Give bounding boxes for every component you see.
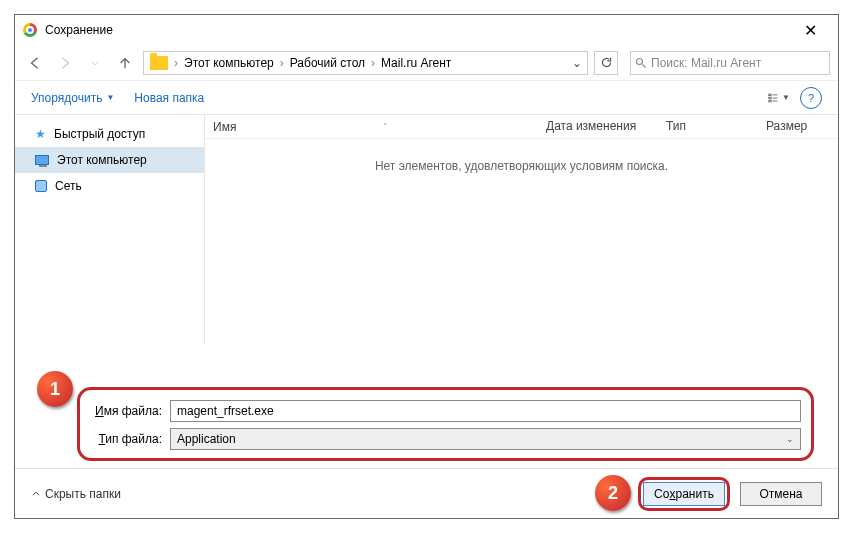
breadcrumb-dropdown[interactable]: ⌄ bbox=[569, 56, 585, 70]
filename-input[interactable] bbox=[170, 400, 801, 422]
search-input[interactable]: Поиск: Mail.ru Агент bbox=[630, 51, 830, 75]
column-name[interactable]: Имя˄ bbox=[205, 115, 538, 138]
column-headers: Имя˄ Дата изменения Тип Размер bbox=[205, 115, 838, 139]
sidebar-item-network[interactable]: Сеть bbox=[15, 173, 204, 199]
svg-rect-2 bbox=[769, 97, 771, 99]
column-type[interactable]: Тип bbox=[658, 115, 758, 138]
navbar: › Этот компьютер › Рабочий стол › Mail.r… bbox=[15, 45, 838, 81]
filetype-label: Тип файла: bbox=[90, 432, 170, 446]
breadcrumb-item[interactable]: Этот компьютер bbox=[180, 56, 278, 70]
close-icon[interactable]: ✕ bbox=[790, 21, 830, 40]
sidebar: ★ Быстрый доступ Этот компьютер Сеть bbox=[15, 115, 205, 345]
new-folder-button[interactable]: Новая папка bbox=[134, 91, 204, 105]
search-placeholder: Поиск: Mail.ru Агент bbox=[651, 56, 761, 70]
hide-folders-button[interactable]: Скрыть папки bbox=[31, 487, 121, 501]
chevron-right-icon: › bbox=[174, 56, 178, 70]
save-dialog: Сохранение ✕ › Этот компьютер › Рабочий … bbox=[14, 14, 839, 519]
filename-row: Имя файла: bbox=[90, 400, 801, 422]
chevron-right-icon: › bbox=[371, 56, 375, 70]
svg-rect-1 bbox=[769, 94, 771, 96]
sidebar-item-thispc[interactable]: Этот компьютер bbox=[15, 147, 204, 173]
chevron-down-icon: ⌄ bbox=[786, 434, 794, 444]
view-options-button[interactable]: ▼ bbox=[768, 87, 790, 109]
save-button[interactable]: Сохранить bbox=[643, 482, 725, 506]
help-button[interactable]: ? bbox=[800, 87, 822, 109]
filetype-row: Тип файла: Application ⌄ bbox=[90, 428, 801, 450]
network-icon bbox=[35, 180, 47, 192]
file-list: Имя˄ Дата изменения Тип Размер Нет элеме… bbox=[205, 115, 838, 345]
recent-dropdown[interactable] bbox=[83, 51, 107, 75]
empty-message: Нет элементов, удовлетворяющих условиям … bbox=[205, 139, 838, 193]
save-button-highlight: Сохранить bbox=[638, 477, 730, 511]
breadcrumb[interactable]: › Этот компьютер › Рабочий стол › Mail.r… bbox=[143, 51, 588, 75]
body: ★ Быстрый доступ Этот компьютер Сеть Имя… bbox=[15, 115, 838, 345]
dialog-title: Сохранение bbox=[45, 23, 790, 37]
breadcrumb-item[interactable]: Рабочий стол bbox=[286, 56, 369, 70]
sort-indicator-icon: ˄ bbox=[383, 122, 388, 132]
refresh-button[interactable] bbox=[594, 51, 618, 75]
search-icon bbox=[635, 57, 647, 69]
toolbar: Упорядочить ▼ Новая папка ▼ ? bbox=[15, 81, 838, 115]
chevron-right-icon: › bbox=[280, 56, 284, 70]
up-button[interactable] bbox=[113, 51, 137, 75]
star-icon: ★ bbox=[35, 127, 46, 141]
pc-icon bbox=[35, 155, 49, 165]
cancel-button[interactable]: Отмена bbox=[740, 482, 822, 506]
sidebar-item-quickaccess[interactable]: ★ Быстрый доступ bbox=[15, 121, 204, 147]
breadcrumb-item[interactable]: Mail.ru Агент bbox=[377, 56, 455, 70]
column-date[interactable]: Дата изменения bbox=[538, 115, 658, 138]
chrome-icon bbox=[23, 23, 37, 37]
chevron-up-icon bbox=[31, 489, 41, 499]
filetype-select[interactable]: Application ⌄ bbox=[170, 428, 801, 450]
organize-button[interactable]: Упорядочить ▼ bbox=[31, 91, 114, 105]
folder-icon bbox=[150, 56, 168, 70]
sidebar-item-label: Быстрый доступ bbox=[54, 127, 145, 141]
titlebar: Сохранение ✕ bbox=[15, 15, 838, 45]
column-size[interactable]: Размер bbox=[758, 115, 838, 138]
svg-point-0 bbox=[637, 58, 643, 64]
svg-rect-3 bbox=[769, 100, 771, 102]
forward-button[interactable] bbox=[53, 51, 77, 75]
annotation-callout-1: 1 bbox=[37, 371, 73, 407]
filename-label: Имя файла: bbox=[90, 404, 170, 418]
filename-fields-highlight: Имя файла: Тип файла: Application ⌄ bbox=[77, 387, 814, 461]
footer: Скрыть папки Сохранить Отмена bbox=[15, 468, 838, 518]
sidebar-item-label: Этот компьютер bbox=[57, 153, 147, 167]
sidebar-item-label: Сеть bbox=[55, 179, 82, 193]
back-button[interactable] bbox=[23, 51, 47, 75]
